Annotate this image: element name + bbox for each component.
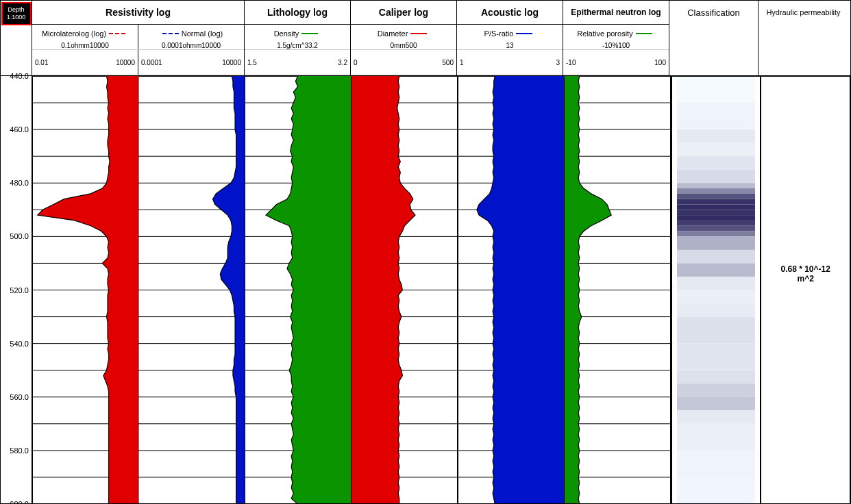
- line-sample-icon: [301, 33, 318, 34]
- scale-unit: g/cm^3: [286, 42, 308, 49]
- depth-tick: 600.0: [10, 500, 29, 504]
- scale-max: 10000: [201, 42, 221, 49]
- depth-tick: 540.0: [10, 340, 29, 348]
- scale-unit: %: [612, 42, 618, 49]
- lithology-track[interactable]: [245, 76, 352, 504]
- svg-rect-92: [677, 76, 755, 103]
- scale-max: 3.2: [308, 42, 318, 49]
- classification-title: Classification: [669, 1, 758, 24]
- svg-rect-107: [677, 231, 755, 237]
- svg-rect-124: [761, 77, 850, 504]
- lithology-title: Lithology log: [245, 1, 350, 25]
- depth-header: Depth 1:1000: [1, 1, 32, 75]
- depth-axis: 440.0460.0480.0500.0520.0540.0560.0580.0…: [1, 76, 32, 504]
- svg-rect-115: [677, 344, 755, 370]
- neutron-title: Epithermal neutron log: [563, 1, 669, 25]
- svg-rect-101: [677, 199, 755, 205]
- scale-max2: 100: [654, 59, 666, 66]
- scale-max: 3: [510, 42, 514, 49]
- line-sample-icon: [162, 33, 179, 34]
- svg-rect-118: [677, 397, 755, 411]
- acoustic-header: Acoustic log P/S-ratio 13 13: [457, 1, 563, 75]
- svg-rect-104: [677, 215, 755, 220]
- line-sample-icon: [410, 33, 427, 34]
- svg-rect-99: [677, 188, 755, 194]
- depth-tick: 580.0: [10, 446, 29, 455]
- svg-rect-96: [677, 156, 755, 170]
- scale-max: 10000: [90, 42, 109, 49]
- scale-min2: 0.01: [35, 59, 48, 66]
- scale-min2: 1: [460, 59, 464, 66]
- scale-unit: ohmm: [182, 42, 201, 49]
- scale-max2: 10000: [116, 59, 135, 66]
- depth-tick: 460.0: [10, 125, 29, 134]
- curve-name: Normal (log): [182, 29, 223, 38]
- resistivity-header: Resistivity log Microlaterolog (log) 0.1…: [32, 1, 245, 75]
- scale-max2: 10000: [222, 59, 241, 66]
- line-sample-icon: [109, 33, 125, 34]
- depth-label: Depth: [8, 6, 24, 14]
- scale-min: 0.0001: [162, 42, 183, 49]
- svg-rect-100: [677, 194, 755, 199]
- svg-rect-103: [677, 210, 755, 215]
- scale-min2: 0.0001: [141, 59, 162, 66]
- classification-header: Classification: [669, 1, 758, 75]
- scale-min2: -10: [566, 59, 576, 66]
- svg-rect-93: [677, 103, 755, 129]
- depth-scale-badge[interactable]: Depth 1:1000: [1, 2, 32, 25]
- lithology-header: Lithology log Density 1.5g/cm^33.2 1.53.…: [245, 1, 351, 75]
- resistivity-title: Resistivity log: [32, 1, 244, 25]
- svg-rect-117: [677, 383, 755, 397]
- caliper-title: Caliper log: [351, 1, 456, 25]
- svg-rect-109: [677, 250, 755, 264]
- svg-rect-119: [677, 410, 755, 424]
- line-sample-icon: [636, 33, 652, 34]
- depth-tick: 500.0: [10, 232, 29, 240]
- resistivity-track[interactable]: [32, 76, 245, 504]
- svg-rect-105: [677, 220, 755, 226]
- svg-rect-112: [677, 290, 755, 304]
- scale-max: 100: [618, 42, 630, 49]
- neutron-track[interactable]: [565, 76, 671, 504]
- scale-max2: 3.2: [338, 59, 347, 66]
- svg-rect-108: [677, 236, 755, 250]
- acoustic-track[interactable]: [458, 76, 565, 504]
- curve-name: Diameter: [378, 29, 408, 38]
- well-log-viewer: Depth 1:1000 Resistivity log Microlatero…: [0, 0, 851, 504]
- permeability-title: Hydraulic permeability: [758, 1, 848, 24]
- depth-tick: 440.0: [10, 72, 29, 80]
- depth-scale: 1:1000: [7, 14, 26, 21]
- caliper-track[interactable]: [352, 76, 458, 504]
- acoustic-title: Acoustic log: [457, 1, 563, 25]
- depth-tick: 560.0: [10, 393, 29, 401]
- svg-rect-111: [677, 277, 755, 290]
- curve-name: Microlaterolog (log): [42, 29, 106, 38]
- permeability-value: 0.68 * 10^-12: [761, 264, 850, 274]
- svg-rect-121: [677, 451, 755, 477]
- permeability-header: Hydraulic permeability: [758, 1, 848, 75]
- svg-rect-94: [677, 129, 755, 143]
- depth-tick: 480.0: [10, 179, 29, 187]
- permeability-track[interactable]: 0.68 * 10^-12 m^2: [761, 76, 850, 504]
- scale-max: 500: [406, 42, 417, 49]
- scale-min2: 1.5: [247, 59, 257, 66]
- scale-max2: 500: [442, 59, 454, 66]
- track-body: 440.0460.0480.0500.0520.0540.0560.0580.0…: [1, 76, 850, 504]
- permeability-unit: m^2: [761, 274, 850, 284]
- scale-min2: 0: [354, 59, 358, 66]
- permeability-value-label: 0.68 * 10^-12 m^2: [761, 264, 850, 284]
- caliper-header: Caliper log Diameter 0mm500 0500: [351, 1, 457, 75]
- header-row: Depth 1:1000 Resistivity log Microlatero…: [1, 1, 850, 76]
- depth-tick: 520.0: [10, 286, 29, 294]
- neutron-header: Epithermal neutron log Relative porosity…: [563, 1, 669, 75]
- curve-name: Density: [274, 29, 299, 38]
- svg-rect-110: [677, 263, 755, 277]
- scale-min: 0.1: [61, 42, 71, 49]
- line-sample-icon: [516, 33, 532, 34]
- svg-rect-120: [677, 424, 755, 451]
- svg-rect-114: [677, 317, 755, 344]
- curve-name: Relative porosity: [577, 29, 632, 38]
- svg-rect-97: [677, 170, 755, 184]
- svg-rect-98: [677, 183, 755, 188]
- classification-track[interactable]: [671, 76, 761, 504]
